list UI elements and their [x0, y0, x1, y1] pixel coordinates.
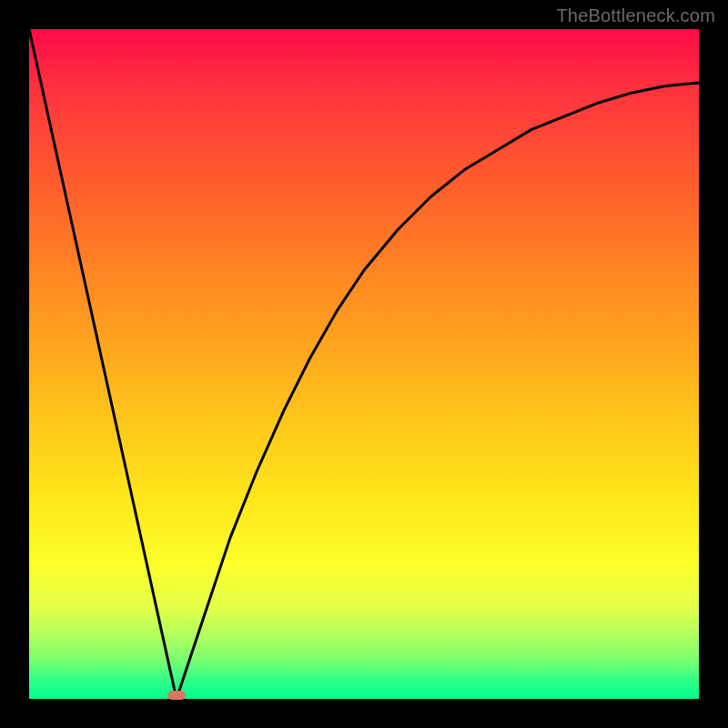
bottleneck-curve	[29, 29, 699, 699]
watermark-text: TheBottleneck.com	[556, 5, 715, 26]
plot-area	[29, 29, 699, 699]
chart-frame: TheBottleneck.com	[0, 0, 728, 728]
minimum-marker	[167, 691, 186, 700]
